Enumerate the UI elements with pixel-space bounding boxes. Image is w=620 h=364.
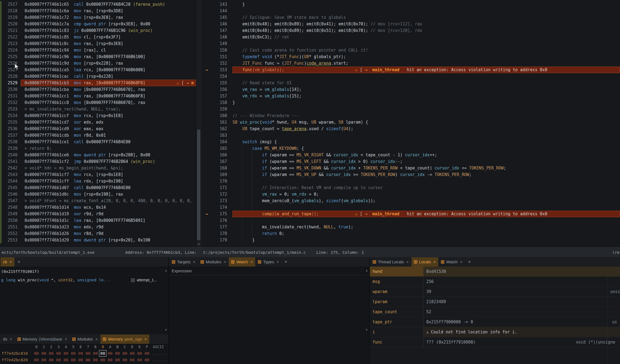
disasm-row[interactable]: 2533> ms_invalidate_rect(hwnd, NULL, tru… — [0, 106, 196, 112]
memory-byte[interactable]: 00 — [55, 350, 62, 357]
source-row[interactable]: 160// --- Window Procedure --- — [201, 112, 620, 119]
source-row[interactable]: 144 — [201, 8, 620, 14]
memory-byte[interactable]: 00 — [114, 357, 121, 363]
close-icon[interactable]: × — [10, 259, 12, 264]
disasm-row[interactable]: 25380x00007ff7746b1ce1 call 0x00007FF774… — [0, 139, 196, 145]
source-row[interactable]: 152 JIT_Func func = (JIT_Func)code_arena… — [201, 60, 620, 67]
close-icon[interactable]: × — [65, 337, 67, 341]
close-icon[interactable]: × — [460, 259, 463, 264]
tab-thread-locals[interactable]: Thread Locals× — [370, 257, 411, 267]
scroll-up-icon[interactable]: ▲ — [365, 268, 369, 272]
source-row[interactable]: →175 compile_and_run_tape();⚠ [ → main_t… — [201, 211, 620, 217]
disasm-row[interactable]: 2539> return 0; — [0, 145, 196, 152]
close-icon[interactable]: × — [96, 337, 98, 341]
source-row[interactable]: 156 vm_rax = vm_globals[14]; — [201, 86, 620, 93]
disasm-row[interactable]: 25370x00007ff7746b1cdb mov r8d, 0x01 — [0, 132, 196, 139]
disasm-row[interactable]: 2542> void* hdc = ms_begin_paint(hwnd, &… — [0, 165, 196, 171]
disasm-row[interactable]: 25310x00007ff7746b1cc1 mov rax, [0x00007… — [0, 93, 196, 99]
stack-frame-row[interactable]: (0x215ff791001f) — [0, 268, 164, 275]
source-row[interactable]: 161S8 win_proc(void* hwnd, U4 msg, U8 wp… — [201, 119, 620, 126]
disasm-row[interactable]: 25350x00007ff7746b1cd7 xor edx, edx — [0, 119, 196, 126]
disasm-row[interactable]: 25530x00007ff7746b1d29 mov dword ptr [rs… — [0, 237, 196, 243]
disasm-row[interactable]: 25250x00007ff7746b1c96 mov rax, [0x00007… — [0, 53, 196, 60]
source-row[interactable]: 162 U8 tape_count = tape_arena.used / si… — [201, 126, 620, 132]
local-variable-row[interactable]: tape_count52 — [370, 307, 620, 317]
tab-watch[interactable]: Watch× — [439, 257, 465, 267]
disasm-row[interactable]: 2547> void* hFont = ms_create_font_a(20,… — [0, 198, 196, 204]
memory-byte[interactable]: 00 — [77, 357, 84, 363]
memory-byte[interactable]: 00 — [70, 350, 77, 357]
disasm-row[interactable]: 25280x00007ff7746b1cac call [rsp+0x228] — [0, 73, 196, 80]
local-variable-row[interactable]: wparam39unsi — [370, 287, 620, 297]
source-row[interactable]: 165 case MS_WM_KEYDOWN: { — [201, 145, 620, 152]
source-row[interactable]: 149 — [201, 40, 620, 47]
scroll-down-icon[interactable]: ▼ — [164, 328, 168, 332]
selected-byte[interactable]: 00 — [99, 350, 106, 357]
disasm-row[interactable]: 25520x00007ff7746b1d26 mov r8d, r9d — [0, 230, 196, 237]
source-row[interactable]: 177 ms_invalidate_rect(hwnd, NULL, true)… — [201, 224, 620, 230]
memory-byte[interactable]: 00 — [84, 357, 92, 363]
memory-byte[interactable]: 00 — [40, 350, 47, 357]
disasm-row[interactable]: 25190x00007ff7746b1c72 mov [rsp+0x3E8], … — [0, 14, 196, 21]
local-variable-row[interactable]: msg256 — [370, 277, 620, 287]
memory-byte[interactable]: 00 — [129, 350, 136, 357]
close-icon[interactable]: × — [193, 259, 195, 264]
tab-types[interactable]: Types× — [255, 257, 281, 267]
memory-byte[interactable]: 00 — [70, 357, 77, 363]
source-row[interactable]: 174 — [201, 204, 620, 211]
execution-arrow-icon[interactable]: → — [201, 211, 212, 217]
disasm-row[interactable]: 25410x00007ff7746b1cf2 jmp 0x00007FF7746… — [0, 158, 196, 165]
source-row[interactable]: 166 if (wparam == MS_VK_RIGHT && cursor_… — [201, 152, 620, 158]
close-icon[interactable]: × — [10, 337, 12, 341]
memory-byte[interactable]: 00 — [106, 357, 114, 363]
jump-arrow-icon[interactable]: → — [365, 211, 367, 216]
disasm-row[interactable]: 25450x00007ff7746b1d07 call 0x00007FF774… — [0, 184, 196, 191]
disasm-row[interactable]: 25430x00007ff7746b1cf7 mov rcx, [rsp+0x1… — [0, 171, 196, 178]
memory-byte[interactable]: 00 — [106, 350, 114, 357]
memory-byte[interactable]: 00 — [47, 357, 55, 363]
close-icon[interactable]: × — [433, 259, 436, 264]
source-row[interactable]: 150 // Cast code arena to function point… — [201, 47, 620, 53]
memory-byte[interactable]: 00 — [33, 350, 40, 357]
memory-byte[interactable]: 00 — [77, 350, 84, 357]
source-row[interactable]: 172 vm_rax = 0; vm_rdx = 0; — [201, 191, 620, 198]
tab-ck[interactable]: ck× — [1, 257, 14, 267]
tab-locals[interactable]: Locals× — [412, 257, 438, 267]
disasm-scrollbar[interactable]: ▼ — [196, 0, 201, 247]
memory-byte[interactable]: 00 — [40, 357, 47, 363]
source-row[interactable]: 158} — [201, 99, 620, 106]
memory-byte[interactable]: 00 — [136, 357, 143, 363]
memory-byte[interactable]: 00 — [55, 357, 62, 363]
memory-byte[interactable]: 00 — [62, 350, 70, 357]
disasm-row[interactable]: 25170x00007ff7746b1c65 call 0x00007FF774… — [0, 1, 196, 8]
new-tab-button[interactable]: + — [15, 259, 23, 265]
source-row[interactable]: 151 typedef void (*JIT_Func)(U8* globals… — [201, 53, 620, 60]
disasm-row[interactable]: 25220x00007ff7746b1c85 mov cl, [rsp+0x3F… — [0, 34, 196, 40]
disasm-row[interactable]: 25260x00007ff7746b1c9d mov [rsp+0x228], … — [0, 60, 196, 67]
source-row[interactable]: 179 } — [201, 237, 620, 243]
disasm-row[interactable]: 25340x00007ff7746b1ccf mov rcx, [rsp+0x1… — [0, 112, 196, 119]
disasm-row[interactable]: 25180x00007ff7746b1c6a mov rax, [rsp+0x3… — [0, 8, 196, 14]
scroll-down-icon[interactable]: ▼ — [365, 328, 369, 332]
source-row[interactable]: 170 — [201, 178, 620, 184]
tab-watch[interactable]: Watch× — [229, 257, 255, 267]
memory-byte[interactable]: 00 — [136, 350, 143, 357]
local-variable-row[interactable]: i⚠Could not find location info for i. — [370, 327, 620, 337]
source-row[interactable]: 145 // Epilogue: Save VM state back to g… — [201, 14, 620, 21]
disasm-row[interactable]: 25480x00007ff7746b1d14 mov ecx, 0x14 — [0, 204, 196, 211]
source-row[interactable]: 173 mem_zero(u8_(vm_globals), sizeof(vm_… — [201, 198, 620, 204]
memory-byte[interactable]: 00 — [92, 357, 99, 363]
local-variable-row[interactable]: hwnd0xd41530 — [370, 267, 620, 277]
memory-byte[interactable]: 00 — [92, 350, 99, 357]
source-row[interactable]: 167 if (wparam == MS_VK_LEFT && cursor_i… — [201, 158, 620, 165]
memory-byte[interactable]: 00 — [114, 350, 121, 357]
source-row[interactable]: 154 — [201, 73, 620, 80]
source-row[interactable]: 169 if (wparam == MS_VK_UP && cursor_idx… — [201, 171, 620, 178]
memory-byte[interactable]: 00 — [47, 350, 55, 357]
source-row[interactable]: →153 func(vm_globals);⚠ [ → main_thread … — [201, 67, 620, 73]
source-row[interactable]: 176 — [201, 217, 620, 224]
disasm-row[interactable]: 25210x00007ff7746b1c83 jz 0x00007FF7746B… — [0, 27, 196, 34]
source-row[interactable]: 171 // Interaction: Reset VM and compile… — [201, 184, 620, 191]
tab-modules[interactable]: Modules× — [70, 335, 100, 344]
close-icon[interactable]: × — [406, 259, 409, 264]
